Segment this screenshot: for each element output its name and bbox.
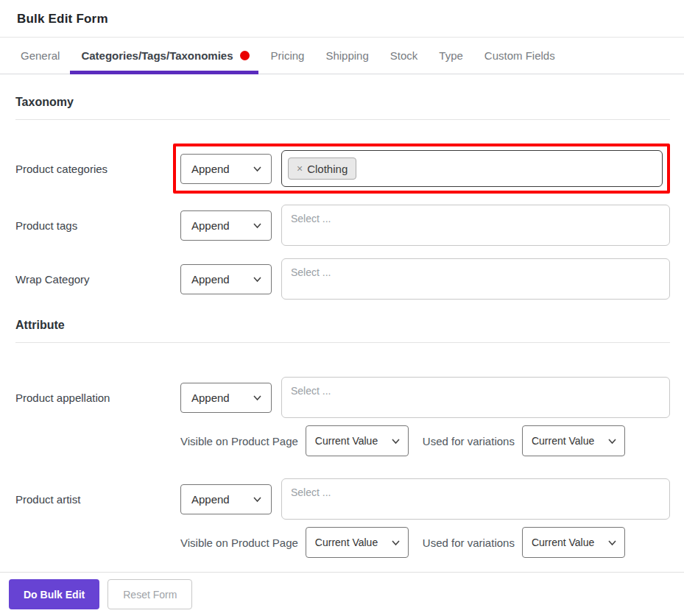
chevron-down-icon — [391, 436, 401, 446]
product-tags-row: Product tags Append Select ... — [15, 205, 670, 246]
used-for-variations-label: Used for variations — [423, 435, 515, 447]
product-artist-label: Product artist — [15, 493, 180, 506]
red-highlight-box: Append × Clothing — [173, 144, 670, 194]
wrap-category-multiselect[interactable]: Select ... — [281, 258, 670, 300]
product-artist-options-row: Visible on Product Page Current Value Us… — [180, 527, 670, 558]
placeholder-text: Select ... — [291, 213, 331, 224]
footer-action-bar: Do Bulk Edit Reset Form — [0, 572, 684, 616]
tab-pricing[interactable]: Pricing — [271, 38, 305, 74]
tab-categories-tags-taxonomies[interactable]: Categories/Tags/Taxonomies — [81, 38, 249, 74]
chevron-down-icon — [253, 275, 262, 284]
placeholder-text: Select ... — [291, 266, 331, 278]
product-tags-multiselect[interactable]: Select ... — [281, 205, 670, 246]
header: Bulk Edit Form — [0, 0, 684, 38]
appellation-variations-select[interactable]: Current Value — [522, 425, 625, 456]
wrap-category-label: Wrap Category — [15, 273, 180, 286]
chevron-down-icon — [253, 164, 262, 174]
product-appellation-mode-select[interactable]: Append — [180, 383, 272, 413]
chip-label: Clothing — [307, 163, 348, 175]
product-categories-mode-select[interactable]: Append — [180, 154, 272, 184]
product-appellation-options-row: Visible on Product Page Current Value Us… — [180, 425, 670, 456]
visible-on-product-page-label: Visible on Product Page — [180, 537, 298, 549]
do-bulk-edit-button[interactable]: Do Bulk Edit — [9, 579, 99, 609]
reset-form-button[interactable]: Reset Form — [107, 579, 192, 609]
product-tags-label: Product tags — [15, 219, 180, 232]
tab-custom-fields[interactable]: Custom Fields — [484, 38, 555, 74]
tab-general[interactable]: General — [21, 38, 60, 74]
bulk-edit-form-panel: Bulk Edit Form General Categories/Tags/T… — [0, 0, 684, 616]
wrap-category-mode-select[interactable]: Append — [180, 264, 272, 294]
placeholder-text: Select ... — [291, 385, 331, 397]
appellation-visible-select[interactable]: Current Value — [306, 425, 409, 456]
page-title: Bulk Edit Form — [17, 12, 667, 26]
tab-shipping[interactable]: Shipping — [325, 38, 368, 74]
unsaved-changes-dot — [240, 51, 250, 60]
tab-stock[interactable]: Stock — [390, 38, 418, 74]
placeholder-text: Select ... — [291, 486, 331, 498]
tab-bar: General Categories/Tags/Taxonomies Prici… — [0, 38, 684, 74]
tab-type[interactable]: Type — [439, 38, 463, 74]
product-appellation-label: Product appellation — [15, 392, 180, 404]
chevron-down-icon — [607, 436, 617, 446]
artist-visible-select[interactable]: Current Value — [306, 527, 409, 558]
product-artist-mode-select[interactable]: Append — [180, 484, 272, 514]
artist-variations-select[interactable]: Current Value — [522, 527, 625, 558]
product-categories-row: Product categories Append × Clothing — [15, 150, 670, 187]
product-categories-label: Product categories — [15, 163, 180, 175]
product-appellation-multiselect[interactable]: Select ... — [281, 377, 670, 418]
visible-on-product-page-label: Visible on Product Page — [180, 435, 298, 447]
chevron-down-icon — [253, 221, 262, 230]
product-appellation-row: Product appellation Append Select ... — [15, 377, 670, 418]
product-artist-row: Product artist Append Select ... — [15, 478, 670, 520]
product-tags-mode-select[interactable]: Append — [180, 210, 272, 241]
taxonomy-section-heading: Taxonomy — [15, 96, 670, 120]
chevron-down-icon — [253, 393, 262, 403]
chevron-down-icon — [253, 495, 262, 504]
tab-panel-content: Taxonomy Product categories Append × Clo… — [0, 74, 684, 572]
chevron-down-icon — [607, 538, 617, 548]
product-categories-multiselect[interactable]: × Clothing — [281, 150, 663, 187]
used-for-variations-label: Used for variations — [423, 537, 515, 549]
chevron-down-icon — [391, 538, 401, 548]
product-artist-multiselect[interactable]: Select ... — [281, 478, 670, 520]
remove-chip-icon[interactable]: × — [297, 163, 303, 174]
attribute-section-heading: Attribute — [15, 319, 670, 343]
wrap-category-row: Wrap Category Append Select ... — [15, 258, 670, 300]
selected-term-chip: × Clothing — [288, 157, 356, 180]
